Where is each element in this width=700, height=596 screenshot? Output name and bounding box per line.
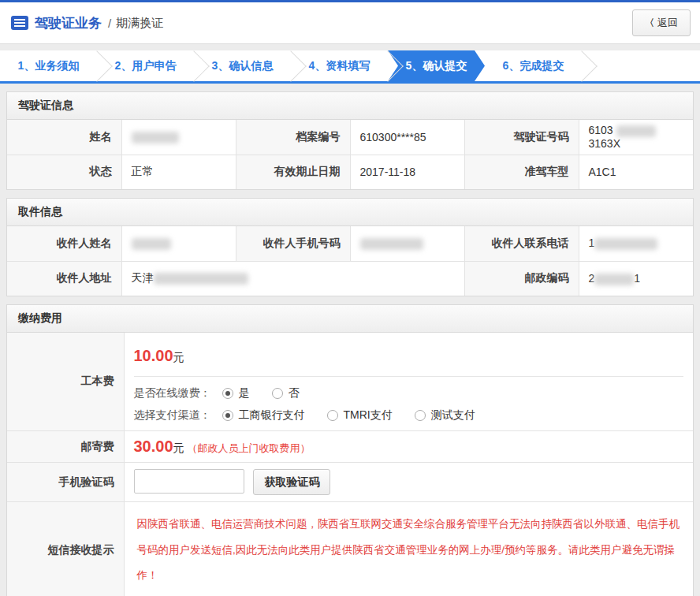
pickup-info-table: 收件人姓名 收件人手机号码 收件人联系电话 1 收件人地址 天津 邮政编码 21 xyxy=(7,226,693,296)
status-value: 正常 xyxy=(121,155,236,189)
sms-code-cell: 获取验证码 xyxy=(124,463,693,502)
license-info-section-title: 驾驶证信息 xyxy=(7,92,693,120)
page-title: 驾驶证业务 xyxy=(35,14,102,32)
payment-section-title: 缴纳费用 xyxy=(7,305,693,333)
table-row: 邮寄费 30.00元（邮政人员上门收取费用） xyxy=(7,431,693,463)
channel-option-icbc[interactable]: 工商银行支付 xyxy=(222,408,305,423)
recipient-name-label: 收件人姓名 xyxy=(7,226,121,261)
file-number-label: 档案编号 xyxy=(236,120,350,155)
page-header: 驾驶证业务 / 期满换证 〈 返回 xyxy=(0,2,700,44)
step-4-fill-data[interactable]: 4、资料填写 xyxy=(291,50,388,81)
online-payment-option-yes[interactable]: 是 xyxy=(222,386,250,400)
redacted-recipient-mobile xyxy=(360,238,423,250)
option-no-label: 否 xyxy=(289,386,300,400)
pickup-info-section: 取件信息 收件人姓名 收件人手机号码 收件人联系电话 1 收件人地址 天津 邮政… xyxy=(6,198,694,296)
redacted-recipient-name xyxy=(132,238,171,250)
recipient-phone-value: 1 xyxy=(579,226,693,261)
sms-notice-cell: 因陕西省联通、电信运营商技术问题，陕西省互联网交通安全综合服务管理平台无法向持陕… xyxy=(124,502,693,596)
channel-option-tmri[interactable]: TMRI支付 xyxy=(327,408,393,423)
license-number-suffix: 3163X xyxy=(589,137,620,150)
postage-fee-cell: 30.00元（邮政人员上门收取费用） xyxy=(124,431,693,463)
payment-channel-label: 选择支付渠道： xyxy=(134,408,211,423)
radio-checked-icon[interactable] xyxy=(222,388,233,399)
redacted-recipient-phone xyxy=(594,238,657,250)
table-row: 收件人姓名 收件人手机号码 收件人联系电话 1 xyxy=(7,226,693,261)
step-2-user-declaration[interactable]: 2、用户申告 xyxy=(97,50,194,81)
postage-fee-note: （邮政人员上门收取费用） xyxy=(188,442,311,454)
channel-option-test[interactable]: 测试支付 xyxy=(415,408,475,423)
vehicle-class-label: 准驾车型 xyxy=(464,155,579,189)
breadcrumb-separator: / xyxy=(108,17,111,30)
postage-fee-unit: 元 xyxy=(173,441,184,454)
production-fee-label: 工本费 xyxy=(7,333,124,431)
payment-questions: 是否在线缴费： 是 否 选择支付渠道： xyxy=(134,376,684,423)
sms-notice-text: 因陕西省联通、电信运营商技术问题，陕西省互联网交通安全综合服务管理平台无法向持陕… xyxy=(134,508,684,591)
zip-code-label: 邮政编码 xyxy=(464,261,579,296)
postage-fee-amount: 30.00 xyxy=(134,438,173,455)
license-number-prefix: 6103 xyxy=(589,124,613,136)
option-yes-label: 是 xyxy=(239,386,250,400)
name-label: 姓名 xyxy=(7,120,121,155)
online-payment-label: 是否在线缴费： xyxy=(134,386,211,400)
license-business-icon xyxy=(11,16,28,30)
zip-suffix: 1 xyxy=(634,272,640,285)
recipient-mobile-value xyxy=(350,226,464,261)
online-payment-question: 是否在线缴费： 是 否 xyxy=(134,386,684,400)
step-5-confirm-submit-active[interactable]: 5、确认提交 xyxy=(388,50,485,81)
status-label: 状态 xyxy=(7,155,121,189)
production-fee-amount-line: 10.00元 xyxy=(134,339,684,376)
chevron-left-icon: 〈 xyxy=(645,17,654,30)
get-sms-code-button[interactable]: 获取验证码 xyxy=(253,469,330,495)
redacted-license-middle xyxy=(616,125,656,137)
license-info-section: 驾驶证信息 姓名 档案编号 610300****85 驾驶证号码 6103 31… xyxy=(6,91,694,190)
radio-unchecked-icon[interactable] xyxy=(327,410,338,421)
recipient-address-value: 天津 xyxy=(121,261,464,296)
vehicle-class-value: A1C1 xyxy=(579,155,693,189)
radio-unchecked-icon[interactable] xyxy=(415,410,426,421)
sms-notice-label: 短信接收提示 xyxy=(7,502,124,596)
name-value xyxy=(121,120,236,155)
breadcrumb: 期满换证 xyxy=(116,16,163,31)
channel-test-label: 测试支付 xyxy=(431,408,475,423)
table-row: 工本费 10.00元 是否在线缴费： 是 否 xyxy=(7,333,693,431)
payment-table: 工本费 10.00元 是否在线缴费： 是 否 xyxy=(7,333,693,596)
sms-code-label: 手机验证码 xyxy=(7,463,124,502)
zip-prefix: 2 xyxy=(589,272,595,285)
step-1-business-notice[interactable]: 1、业务须知 xyxy=(0,50,97,81)
step-3-confirm-info[interactable]: 3、确认信息 xyxy=(194,50,291,81)
file-number-value: 610300****85 xyxy=(350,120,464,155)
back-button[interactable]: 〈 返回 xyxy=(632,9,691,36)
production-fee-unit: 元 xyxy=(173,351,184,363)
payment-channel-question: 选择支付渠道： 工商银行支付 TMRI支付 测试支付 xyxy=(134,408,684,423)
back-button-label: 返回 xyxy=(657,16,678,30)
recipient-address-prefix: 天津 xyxy=(132,271,154,284)
channel-icbc-label: 工商银行支付 xyxy=(239,408,305,423)
production-fee-cell: 10.00元 是否在线缴费： 是 否 xyxy=(124,333,693,431)
recipient-address-label: 收件人地址 xyxy=(7,261,121,296)
zip-code-value: 21 xyxy=(579,261,693,296)
table-row: 手机验证码 获取验证码 xyxy=(7,463,693,502)
production-fee-amount: 10.00 xyxy=(134,347,173,364)
table-row: 收件人地址 天津 邮政编码 21 xyxy=(7,261,693,296)
redacted-recipient-address xyxy=(154,273,248,285)
online-payment-option-no[interactable]: 否 xyxy=(272,386,300,400)
payment-section: 缴纳费用 工本费 10.00元 是否在线缴费： 是 xyxy=(6,304,694,596)
radio-checked-icon[interactable] xyxy=(222,410,233,421)
redacted-zip xyxy=(594,274,634,285)
redacted-name xyxy=(132,132,179,143)
step-navigation: 1、业务须知 2、用户申告 3、确认信息 4、资料填写 5、确认提交 6、完成提… xyxy=(0,50,700,84)
radio-unchecked-icon[interactable] xyxy=(272,388,283,399)
license-number-value: 6103 3163X xyxy=(579,120,693,155)
license-number-label: 驾驶证号码 xyxy=(464,120,579,155)
recipient-name-value xyxy=(121,226,236,261)
channel-tmri-label: TMRI支付 xyxy=(344,408,393,423)
expiry-date-value: 2017-11-18 xyxy=(350,155,464,189)
license-info-table: 姓名 档案编号 610300****85 驾驶证号码 6103 3163X 状态… xyxy=(7,120,693,189)
postage-fee-label: 邮寄费 xyxy=(7,431,124,463)
table-row: 短信接收提示 因陕西省联通、电信运营商技术问题，陕西省互联网交通安全综合服务管理… xyxy=(7,502,693,596)
recipient-mobile-label: 收件人手机号码 xyxy=(236,226,350,261)
recipient-phone-label: 收件人联系电话 xyxy=(464,226,579,261)
table-row: 状态 正常 有效期止日期 2017-11-18 准驾车型 A1C1 xyxy=(7,155,693,189)
sms-code-input[interactable] xyxy=(134,469,244,494)
step-6-complete-submit[interactable]: 6、完成提交 xyxy=(485,50,582,81)
